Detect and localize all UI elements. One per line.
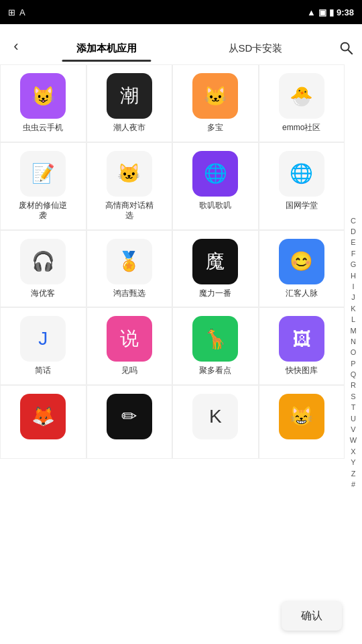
alpha-letter[interactable]: J <box>347 292 360 303</box>
app-name: 废材的修仙逆袭 <box>16 201 70 221</box>
alpha-letter[interactable]: K <box>347 304 360 314</box>
app-cell[interactable]: 🌐国网学堂 <box>259 142 345 230</box>
battery-icon: ▮ <box>329 7 334 17</box>
alpha-letter[interactable]: Z <box>347 469 360 479</box>
app-name: 歌叽歌叽 <box>199 201 231 211</box>
alpha-letter[interactable]: R <box>347 380 360 390</box>
app-icon: J <box>20 316 66 362</box>
app-icon: 魔 <box>192 239 238 284</box>
app-name: 高情商对话精选 <box>103 201 156 221</box>
app-cell[interactable]: 🐱多宝 <box>172 64 259 142</box>
alpha-letter[interactable]: V <box>347 425 360 435</box>
app-cell[interactable]: 🏅鸿吉甄选 <box>86 230 173 308</box>
app-icon: 😺 <box>20 73 66 119</box>
app-icon: 🏅 <box>107 239 152 284</box>
app-icon: 🦒 <box>192 316 238 362</box>
app-cell[interactable]: 说见吗 <box>86 307 173 385</box>
app-cell[interactable]: 😊汇客人脉 <box>259 230 345 308</box>
alpha-letter[interactable]: # <box>347 480 360 490</box>
header: ‹ 添加本机应用 从SD卡安装 <box>0 24 362 62</box>
app-name: 聚多看点 <box>199 366 231 376</box>
app-cell[interactable]: 😸 <box>259 385 345 459</box>
app-icon: K <box>192 394 238 439</box>
app-cell[interactable]: 🌐歌叽歌叽 <box>172 142 259 230</box>
alpha-letter[interactable]: U <box>347 414 360 424</box>
app-cell[interactable]: 🐱高情商对话精选 <box>86 142 173 230</box>
main-content: 😺虫虫云手机潮潮人夜市🐱多宝🐣emmo社区📝废材的修仙逆袭🐱高情商对话精选🌐歌叽… <box>0 62 362 644</box>
alpha-letter[interactable]: Q <box>347 370 360 380</box>
confirm-button[interactable]: 确认 <box>282 601 342 631</box>
wifi-icon: ▲ <box>307 7 316 17</box>
alpha-letter[interactable]: P <box>347 359 360 369</box>
app-cell[interactable]: 🎧海优客 <box>0 230 86 308</box>
app-cell[interactable]: K <box>172 385 259 459</box>
app-icon: 说 <box>107 316 152 362</box>
app-icon: 📝 <box>20 151 66 197</box>
app-name: 潮人夜市 <box>113 123 145 133</box>
alpha-letter[interactable]: L <box>347 315 360 325</box>
back-icon: ‹ <box>13 38 18 55</box>
app-cell[interactable]: 🦊 <box>0 385 86 459</box>
app-cell[interactable]: J简话 <box>0 307 86 385</box>
alphabet-sidebar[interactable]: CDEFGHIJKLMNOPQRSTUVWXYZ# <box>345 62 362 644</box>
app-name: 魔力一番 <box>199 288 231 299</box>
app-cell[interactable]: 魔魔力一番 <box>172 230 259 308</box>
back-button[interactable]: ‹ <box>0 38 32 62</box>
app-name: emmo社区 <box>282 123 320 133</box>
app-name: 国网学堂 <box>286 201 318 211</box>
app-icon: 🎧 <box>20 239 66 284</box>
app-icon: 潮 <box>107 73 152 119</box>
app-icon: 🌐 <box>192 151 238 197</box>
app-grid-area: 😺虫虫云手机潮潮人夜市🐱多宝🐣emmo社区📝废材的修仙逆袭🐱高情商对话精选🌐歌叽… <box>0 62 345 644</box>
signal-icon: ▣ <box>318 7 326 17</box>
app-icon: 🌐 <box>279 151 324 197</box>
alpha-letter[interactable]: G <box>347 260 360 270</box>
time-display: 9:38 <box>337 7 354 17</box>
alpha-letter[interactable]: C <box>347 216 360 226</box>
tab-local-apps[interactable]: 添加本机应用 <box>32 42 181 62</box>
app-name: 见吗 <box>121 366 137 376</box>
alpha-letter[interactable]: O <box>347 347 360 358</box>
app-icon: 😸 <box>279 394 324 439</box>
app-cell[interactable]: 🖼快快图库 <box>259 307 345 385</box>
app-cell[interactable]: 😺虫虫云手机 <box>0 64 86 142</box>
alpha-letter[interactable]: S <box>347 392 360 402</box>
app-cell[interactable]: ✏ <box>86 385 173 459</box>
alpha-letter[interactable]: F <box>347 249 360 259</box>
alpha-letter[interactable]: N <box>347 337 360 347</box>
app-name: 简话 <box>35 366 51 376</box>
alpha-letter[interactable]: I <box>347 282 360 292</box>
alpha-letter[interactable]: D <box>347 227 360 237</box>
app-icon: 🐣 <box>279 73 324 119</box>
status-right: ▲ ▣ ▮ 9:38 <box>307 7 354 17</box>
alpha-letter[interactable]: Y <box>347 458 360 468</box>
alpha-letter[interactable]: H <box>347 271 360 281</box>
status-bar: ⊞ A ▲ ▣ ▮ 9:38 <box>0 0 362 24</box>
app-name: 汇客人脉 <box>286 288 318 299</box>
app-cell[interactable]: 🐣emmo社区 <box>259 64 345 142</box>
alpha-letter[interactable]: E <box>347 237 360 248</box>
app-name: 快快图库 <box>286 366 318 376</box>
alpha-letter[interactable]: W <box>347 435 360 445</box>
app-name: 鸿吉甄选 <box>113 288 145 299</box>
app-cell[interactable]: 📝废材的修仙逆袭 <box>0 142 86 230</box>
svg-line-1 <box>348 50 352 54</box>
alpha-letter[interactable]: T <box>347 402 360 413</box>
search-button[interactable] <box>330 40 362 62</box>
app-name: 海优客 <box>31 288 55 299</box>
app-cell[interactable]: 🦒聚多看点 <box>172 307 259 385</box>
tab-sd-card[interactable]: 从SD卡安装 <box>181 42 330 62</box>
status-left: ⊞ A <box>8 7 25 17</box>
grid-icon: ⊞ <box>8 7 15 17</box>
app-icon: 🖼 <box>279 316 324 362</box>
app-name: 多宝 <box>207 123 223 133</box>
app-cell[interactable]: 潮潮人夜市 <box>86 64 173 142</box>
font-icon: A <box>19 7 25 17</box>
alpha-letter[interactable]: M <box>347 326 360 336</box>
app-icon: 🦊 <box>20 394 66 439</box>
alpha-letter[interactable]: X <box>347 447 360 457</box>
app-icon: 🐱 <box>107 151 152 197</box>
app-icon: 🐱 <box>192 73 238 119</box>
app-grid: 😺虫虫云手机潮潮人夜市🐱多宝🐣emmo社区📝废材的修仙逆袭🐱高情商对话精选🌐歌叽… <box>0 64 345 459</box>
app-icon: ✏ <box>107 394 152 439</box>
